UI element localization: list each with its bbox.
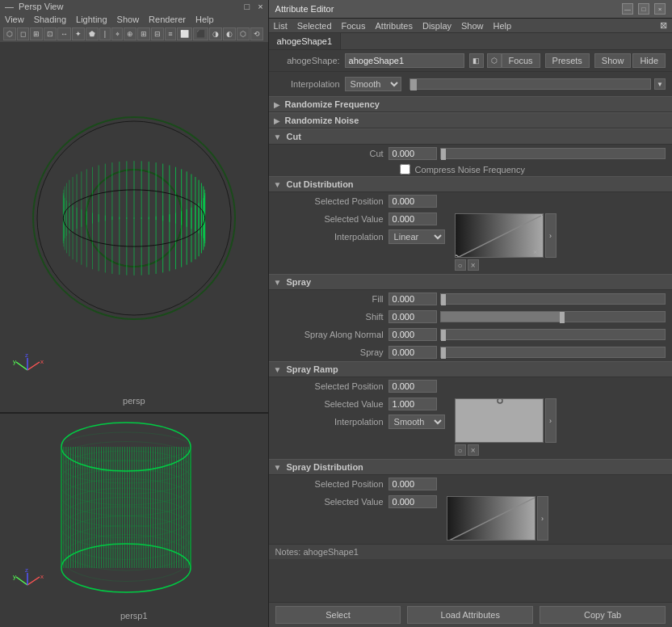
section-spray[interactable]: ▼ Spray	[269, 274, 672, 290]
toolbar-btn-17[interactable]: ◐	[223, 27, 236, 40]
ae-menu-show[interactable]: Show	[461, 21, 484, 31]
ae-restore-btn[interactable]: □	[638, 3, 649, 15]
spray-shift-slider[interactable]	[440, 311, 666, 322]
section-randomize-noise[interactable]: ▶ Randomize Noise	[269, 112, 672, 128]
cut-dist-del-btn[interactable]: ×	[468, 259, 479, 271]
cut-dist-selpos-input[interactable]	[388, 195, 437, 208]
spray-attr-input[interactable]	[388, 346, 437, 359]
viewport-top-canvas[interactable]	[0, 42, 268, 394]
spray-fill-input[interactable]	[388, 292, 437, 305]
viewport-bottom[interactable]: x y z persp1	[0, 414, 268, 627]
toolbar-btn-4[interactable]: ⊡	[44, 27, 57, 40]
section-randomize-frequency[interactable]: ▶ Randomize Frequency	[269, 96, 672, 112]
ae-menu-help[interactable]: Help	[494, 21, 512, 31]
toolbar-btn-2[interactable]: ◻	[17, 27, 29, 40]
toolbar-btn-10[interactable]: ⊕	[124, 27, 136, 40]
menu-help[interactable]: Help	[195, 15, 214, 24]
cut-dist-interp-select[interactable]: LinearNoneSmoothSpline	[388, 229, 445, 244]
toolbar-btn-7[interactable]: ⬟	[86, 27, 99, 40]
section-cut[interactable]: ▼ Cut	[269, 128, 672, 145]
spray-ramp-selpos-input[interactable]	[388, 380, 437, 393]
cut-dist-ramp-arrow[interactable]: ›	[545, 213, 556, 258]
ae-menu-display[interactable]: Display	[422, 21, 452, 31]
minimize-btn[interactable]: —	[5, 2, 14, 11]
ae-menu-attributes[interactable]: Attributes	[375, 21, 412, 31]
collapse-icon-spray-ramp: ▼	[274, 365, 282, 374]
menu-shading[interactable]: Shading	[34, 15, 66, 24]
cut-dist-selval-input[interactable]	[388, 213, 437, 225]
ae-menu-list[interactable]: List	[274, 21, 288, 31]
toolbar-btn-14[interactable]: ⬜	[177, 27, 192, 40]
load-attributes-btn[interactable]: Load Attributes	[407, 606, 533, 624]
toolbar-btn-19[interactable]: ⟲	[250, 27, 263, 40]
hide-btn[interactable]: Hide	[632, 53, 666, 68]
ae-close-btn[interactable]: ×	[654, 3, 666, 15]
restore-btn[interactable]: □	[244, 2, 250, 11]
compress-noise-checkbox[interactable]	[400, 164, 410, 175]
menu-view[interactable]: View	[5, 15, 24, 24]
spray-dist-selval-input[interactable]	[388, 495, 437, 508]
presets-btn[interactable]: Presets	[545, 53, 590, 68]
cut-dist-ramp-canvas[interactable]: ×	[455, 213, 544, 258]
persp-view-title: Persp View	[19, 2, 63, 11]
spray-dist-arrow[interactable]: ›	[537, 496, 548, 541]
section-cut-distribution[interactable]: ▼ Cut Distribution	[269, 176, 672, 192]
ae-menu-focus[interactable]: Focus	[342, 21, 366, 31]
ae-tab-ahogeshape1[interactable]: ahogeShape1	[269, 33, 342, 49]
interp-top-slider-end[interactable]: ▼	[654, 78, 666, 90]
node-icon-btn-2[interactable]: ⬡	[487, 53, 502, 68]
viewport-top[interactable]: x y z persp	[0, 42, 268, 414]
toolbar-btn-8[interactable]: |	[99, 27, 111, 40]
toolbar-btn-16[interactable]: ◑	[209, 27, 222, 40]
toolbar-btn-13[interactable]: ≡	[165, 27, 176, 40]
spray-dist-ramp-canvas[interactable]	[447, 496, 536, 541]
spray-ramp-interp-select[interactable]: SmoothNoneLinearSpline	[388, 414, 445, 429]
toolbar-btn-1[interactable]: ⬡	[3, 27, 16, 40]
toolbar-btn-5[interactable]: ↔	[57, 27, 71, 40]
cut-slider[interactable]	[440, 148, 666, 159]
toolbar-btn-3[interactable]: ⊞	[30, 27, 43, 40]
section-spray-ramp[interactable]: ▼ Spray Ramp	[269, 361, 672, 377]
spray-normal-input[interactable]	[388, 328, 437, 341]
toolbar-btn-6[interactable]: ✦	[72, 27, 85, 40]
menu-lighting[interactable]: Lighting	[76, 15, 107, 24]
ae-body[interactable]: Interpolation SmoothNoneLinearSpline ▼ ▶…	[269, 72, 672, 602]
ae-minimize-btn[interactable]: —	[622, 3, 633, 15]
cut-dist-add-btn[interactable]: ○	[455, 259, 466, 271]
spray-attr-slider[interactable]	[440, 347, 666, 358]
close-btn[interactable]: ×	[258, 2, 262, 11]
spray-ramp-add-btn[interactable]: ○	[455, 444, 466, 456]
ae-menu-selected[interactable]: Selected	[297, 21, 332, 31]
node-icon-btn-1[interactable]: ◧	[469, 53, 484, 68]
cut-dist-fields: Selected Value Interpolation LinearNoneS…	[269, 210, 452, 246]
spray-fill-slider[interactable]	[440, 293, 666, 305]
toolbar-btn-15[interactable]: ⬛	[193, 27, 208, 40]
svg-point-133	[61, 451, 191, 483]
spray-dist-selpos-input[interactable]	[388, 478, 437, 490]
focus-btn[interactable]: Focus	[502, 53, 540, 68]
interp-top-select[interactable]: SmoothNoneLinearSpline	[345, 77, 401, 91]
spray-ramp-canvas[interactable]	[455, 398, 544, 443]
spray-ramp-selval-input[interactable]	[388, 398, 437, 410]
section-spray-distribution[interactable]: ▼ Spray Distribution	[269, 459, 672, 475]
spray-ramp-interp-row: Interpolation SmoothNoneLinearSpline	[269, 413, 452, 431]
interp-top-slider[interactable]	[410, 78, 651, 90]
ae-pin-icon[interactable]: ⊠	[660, 20, 667, 31]
spray-shift-input[interactable]	[388, 310, 437, 323]
cut-input[interactable]	[388, 147, 437, 160]
toolbar-btn-9[interactable]: ⌖	[111, 27, 123, 40]
menu-show[interactable]: Show	[117, 15, 140, 24]
spray-normal-slider[interactable]	[440, 329, 666, 340]
select-btn[interactable]: Select	[275, 606, 401, 624]
toolbar-btn-11[interactable]: ⊞	[137, 27, 150, 40]
spray-ramp-del-btn[interactable]: ×	[468, 444, 479, 456]
menu-renderer[interactable]: Renderer	[149, 15, 186, 24]
node-name-input[interactable]	[345, 53, 464, 68]
svg-text:x: x	[40, 358, 44, 365]
toolbar-btn-18[interactable]: ⬡	[237, 27, 250, 40]
svg-text:x: x	[40, 573, 44, 580]
spray-ramp-arrow[interactable]: ›	[545, 398, 556, 443]
toolbar-btn-12[interactable]: ⊟	[151, 27, 164, 40]
copy-tab-btn[interactable]: Copy Tab	[540, 606, 666, 624]
show-btn[interactable]: Show	[594, 53, 632, 68]
